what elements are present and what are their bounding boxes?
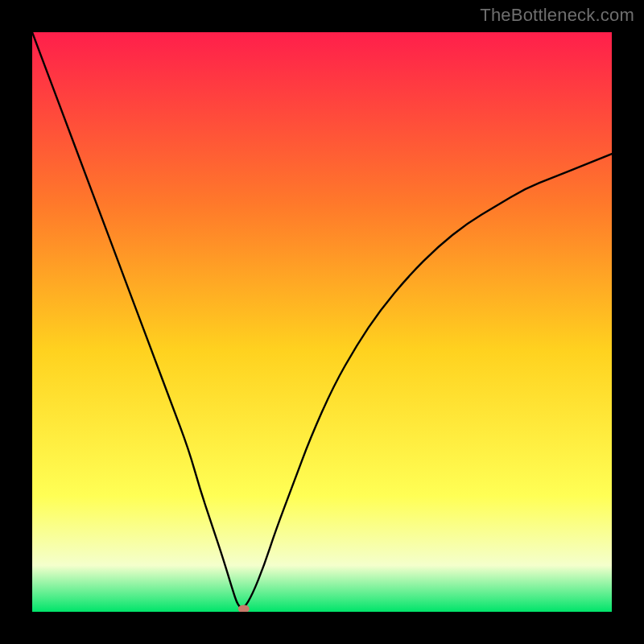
chart-frame: TheBottleneck.com bbox=[0, 0, 644, 644]
chart-svg bbox=[32, 32, 612, 612]
watermark-text: TheBottleneck.com bbox=[480, 5, 634, 26]
gradient-background bbox=[32, 32, 612, 612]
plot-area bbox=[32, 32, 612, 612]
